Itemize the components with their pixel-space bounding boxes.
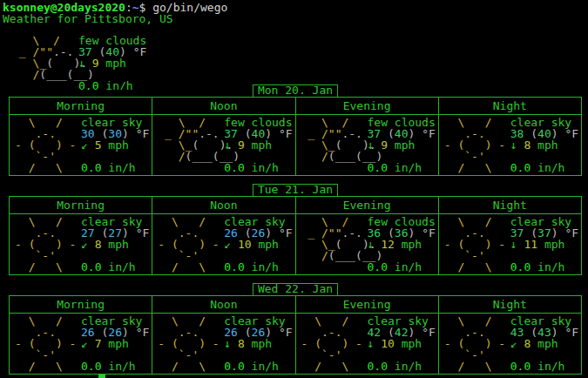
precipitation-value: 0.0 <box>510 360 531 373</box>
wind-speed-value: 10 <box>381 337 395 350</box>
day-table-cells: \ / .-. - ( ) - `-' / \clear sky30 (30) … <box>10 115 581 175</box>
day-table: MorningNoonEveningNight \ / .-. - ( ) - … <box>9 97 582 176</box>
precipitation-value: 0.0 <box>510 260 531 273</box>
column-header-noon: Noon <box>152 296 295 313</box>
column-header-night: Night <box>439 296 581 313</box>
column-header-noon: Noon <box>152 98 295 114</box>
precipitation-unit: in/h <box>98 79 132 90</box>
wind-unit: mph <box>252 238 279 251</box>
temperature-unit: °F <box>136 226 150 240</box>
temperature-unit: °F <box>136 127 150 140</box>
day-table-header: MorningNoonEveningNight <box>10 296 581 314</box>
sun-behind-cloud-icon: \ / _ /"".-. \_( ). /(___(__) <box>301 216 368 274</box>
forecast-cell: \ / .-. - ( ) - `-' / \clear sky27 (27) … <box>10 214 152 274</box>
forecast-cell-text: clear sky30 (30) °F↙ 5 mph 0.0 in/h <box>81 117 149 175</box>
precipitation-unit: in/h <box>245 260 279 273</box>
forecast-cell: \ / _ /"".-. \_( ). /(___(__) few clouds… <box>152 115 295 175</box>
precipitation-unit: in/h <box>245 161 279 174</box>
forecast-cell: \ / .-. - ( ) - `-' / \clear sky26 (26) … <box>10 314 152 374</box>
wind-unit: mph <box>395 238 422 251</box>
clear-sky-sun-icon: \ / .-. - ( ) - `-' / \ <box>15 117 81 175</box>
forecast-cell-text: clear sky42 (42) °F↓ 10 mph 0.0 in/h <box>368 315 436 374</box>
wind-speed-value: 10 <box>238 238 252 251</box>
precipitation-value: 0.0 <box>81 260 101 273</box>
wind-unit: mph <box>101 138 128 152</box>
precipitation-value: 0.0 <box>81 360 101 373</box>
column-header-morning: Morning <box>10 197 152 213</box>
day-label: Tue 21. Jan <box>253 184 338 197</box>
clear-sky-sun-icon: \ / .-. - ( ) - `-' / \ <box>444 216 510 274</box>
column-header-night: Night <box>439 197 581 213</box>
temperature-unit: °F <box>564 326 578 339</box>
precipitation-unit: in/h <box>101 260 135 273</box>
temperature-unit: °F <box>133 45 147 58</box>
temperature-unit: °F <box>422 326 436 339</box>
terminal-window[interactable]: ksonney@20days2020:~$ go/bin/wego Weathe… <box>0 0 588 378</box>
day-table: MorningNoonEveningNight \ / .-. - ( ) - … <box>9 196 582 275</box>
precipitation-unit: in/h <box>101 360 135 373</box>
forecast-cell: \ / _ /"".-. \_( ). /(___(__) few clouds… <box>296 214 439 274</box>
column-header-morning: Morning <box>10 296 152 313</box>
wind-unit: mph <box>245 138 272 152</box>
temperature-unit: °F <box>422 127 436 140</box>
wind-speed-value: 8 <box>238 337 245 350</box>
day-table-cells: \ / .-. - ( ) - `-' / \clear sky26 (26) … <box>10 314 581 374</box>
wind-unit: mph <box>531 138 558 152</box>
wind-speed-value: 11 <box>524 238 537 251</box>
sun-behind-cloud-icon: \ / _ /"".-. \_( ). /(___(__) <box>12 35 78 90</box>
clear-sky-sun-icon: \ / .-. - ( ) - `-' / \ <box>158 315 224 374</box>
precipitation-unit: in/h <box>245 360 279 373</box>
column-header-noon: Noon <box>152 197 295 213</box>
forecast-cell-text: clear sky26 (26) °F↙ 7 mph 0.0 in/h <box>81 315 149 374</box>
day-table-header: MorningNoonEveningNight <box>10 197 581 214</box>
forecast-cell-text: clear sky27 (27) °F↙ 8 mph 0.0 in/h <box>81 216 149 274</box>
clear-sky-sun-icon: \ / .-. - ( ) - `-' / \ <box>15 315 81 374</box>
precipitation-unit: in/h <box>388 161 422 174</box>
wind-unit: mph <box>531 337 558 350</box>
forecast-cell-text: few clouds37 (40) °F↓ 9 mph 0.0 in/h <box>78 35 146 90</box>
column-header-evening: Evening <box>296 296 439 313</box>
forecast-cell: \ / .-. - ( ) - `-' / \clear sky43 (43) … <box>439 314 581 374</box>
temperature-unit: °F <box>279 326 293 339</box>
precipitation-value: 0.0 <box>510 161 531 174</box>
day-table-cells: \ / .-. - ( ) - `-' / \clear sky27 (27) … <box>10 214 581 274</box>
forecast-cell-text: few clouds37 (40) °F↓ 9 mph 0.0 in/h <box>224 117 292 175</box>
precipitation-value: 0.0 <box>368 360 388 373</box>
column-header-evening: Evening <box>296 98 439 114</box>
clear-sky-sun-icon: \ / .-. - ( ) - `-' / \ <box>158 216 224 274</box>
precipitation-value: 0.0 <box>368 260 388 273</box>
wind-unit: mph <box>537 238 564 251</box>
forecast-cell-text: few clouds36 (36) °F↓ 12 mph 0.0 in/h <box>368 216 436 274</box>
forecast-cell: \ / _ /"".-. \_( ). /(___(__) few clouds… <box>296 115 439 175</box>
forecast-cell: \ / .-. - ( ) - `-' / \clear sky26 (26) … <box>152 214 295 274</box>
precipitation-value: 0.0 <box>81 161 101 174</box>
temperature-unit: °F <box>279 226 293 240</box>
precipitation-unit: in/h <box>531 260 564 273</box>
wind-unit: mph <box>101 238 128 251</box>
column-header-night: Night <box>439 98 581 114</box>
temperature-unit: °F <box>136 326 150 339</box>
forecast-cell-text: clear sky37 (37) °F↓ 11 mph 0.0 in/h <box>510 216 578 274</box>
sun-behind-cloud-icon: \ / _ /"".-. \_( ). /(___(__) <box>158 117 224 175</box>
day-table-header: MorningNoonEveningNight <box>10 98 581 115</box>
weather-location-title: Weather for Pittsboro, US <box>3 13 588 24</box>
forecast-cell: \ / .-. - ( ) - `-' / \clear sky37 (37) … <box>439 214 581 274</box>
forecast-cell: \ / .-. - ( ) - `-' / \clear sky42 (42) … <box>296 314 439 374</box>
precipitation-value: 0.0 <box>224 360 244 373</box>
forecast-cell-text: clear sky26 (26) °F↙ 10 mph 0.0 in/h <box>224 216 292 274</box>
forecast-cell: \ / .-. - ( ) - `-' / \clear sky26 (26) … <box>152 314 295 374</box>
temperature-unit: °F <box>564 127 578 140</box>
forecast-cell: \ / _ /"".-. \_( ). /(___(__) few clouds… <box>7 33 588 90</box>
wind-speed-value: 9 <box>238 138 245 152</box>
precipitation-value: 0.0 <box>368 161 388 174</box>
temperature-unit: °F <box>279 127 293 140</box>
forecast-days: Mon 20. Jan MorningNoonEveningNight \ / … <box>3 97 588 375</box>
day-table: MorningNoonEveningNight \ / .-. - ( ) - … <box>9 295 582 375</box>
wind-unit: mph <box>395 337 422 350</box>
wind-speed-value: 9 <box>381 138 388 152</box>
temperature-unit: °F <box>564 226 578 240</box>
precipitation-unit: in/h <box>531 161 564 174</box>
clear-sky-sun-icon: \ / .-. - ( ) - `-' / \ <box>15 216 81 274</box>
precipitation-unit: in/h <box>101 161 135 174</box>
day-forecast-block: Wed 22. Jan MorningNoonEveningNight \ / … <box>9 295 582 375</box>
